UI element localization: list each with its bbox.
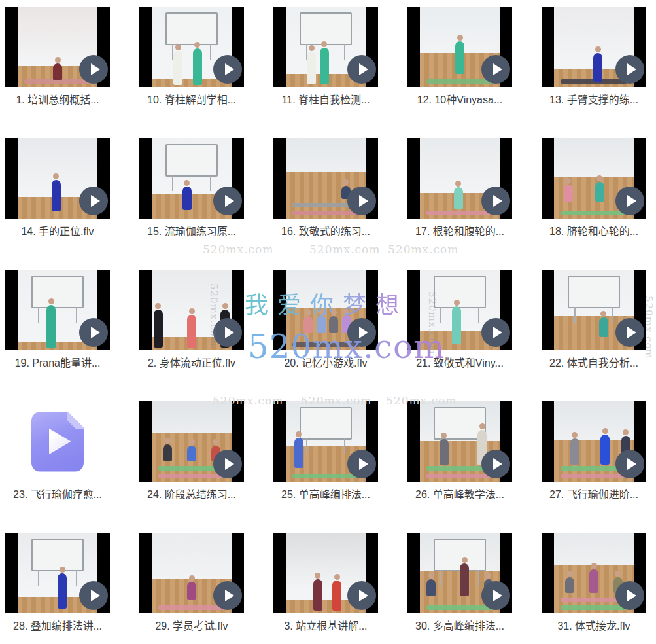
person-figure — [564, 178, 573, 202]
video-thumbnail[interactable] — [273, 138, 378, 219]
play-button[interactable] — [481, 581, 510, 610]
person-body — [589, 569, 598, 593]
video-item[interactable]: 15. 流瑜伽练习原... — [139, 138, 244, 251]
video-thumbnail[interactable] — [273, 401, 378, 482]
video-item[interactable]: 20. 记忆小游戏.flv — [273, 270, 378, 382]
play-button[interactable] — [615, 55, 644, 84]
video-item[interactable]: 1. 培训总纲概括... — [5, 7, 110, 119]
video-item[interactable]: 25. 单高峰编排法... — [273, 401, 378, 514]
video-file-icon — [31, 412, 84, 472]
video-item[interactable]: 14. 手的正位.flv — [5, 138, 110, 251]
person-body — [440, 439, 449, 465]
play-button[interactable] — [213, 450, 242, 478]
video-item[interactable]: 21. 致敬式和Viny... — [407, 270, 512, 382]
person-body — [455, 41, 464, 74]
play-button[interactable] — [79, 187, 108, 215]
play-icon — [627, 458, 636, 470]
video-thumbnail[interactable] — [407, 270, 512, 350]
person-head — [343, 309, 349, 315]
play-button[interactable] — [347, 55, 376, 84]
video-thumbnail[interactable] — [542, 401, 646, 482]
video-item[interactable]: 28. 叠加编排法讲... — [5, 533, 110, 644]
play-button[interactable] — [615, 187, 644, 215]
video-item[interactable]: 10. 脊柱解剖学相... — [139, 7, 244, 119]
video-thumbnail[interactable] — [5, 7, 110, 87]
video-title: 15. 流瑜伽练习原... — [139, 224, 244, 238]
play-button[interactable] — [481, 187, 510, 215]
person-body — [329, 316, 338, 333]
video-thumbnail[interactable] — [139, 270, 244, 350]
video-item[interactable]: 3. 站立根基讲解... — [273, 533, 378, 644]
play-button[interactable] — [481, 318, 510, 347]
play-button[interactable] — [481, 450, 510, 478]
video-thumbnail[interactable] — [139, 401, 244, 482]
person-figure — [320, 41, 329, 84]
video-thumbnail[interactable] — [407, 138, 512, 219]
video-thumbnail[interactable] — [273, 7, 378, 87]
yoga-mat — [426, 211, 494, 215]
play-button[interactable] — [347, 450, 376, 478]
play-button[interactable] — [213, 187, 242, 215]
video-item[interactable]: 19. Prana能量讲... — [5, 270, 110, 382]
video-item[interactable]: 18. 脐轮和心轮的... — [542, 138, 646, 251]
yoga-mat — [158, 474, 226, 478]
video-thumbnail[interactable] — [542, 7, 646, 87]
whiteboard — [568, 276, 620, 308]
video-item[interactable]: 23. 飞行瑜伽疗愈... — [5, 401, 110, 514]
play-button[interactable] — [79, 55, 108, 84]
play-button[interactable] — [615, 318, 644, 347]
play-button[interactable] — [213, 581, 242, 610]
video-thumbnail[interactable] — [139, 7, 244, 87]
play-button[interactable] — [615, 450, 644, 478]
yoga-mat — [292, 342, 360, 347]
video-item[interactable]: 24. 阶段总结练习... — [139, 401, 244, 514]
play-button[interactable] — [615, 581, 644, 610]
play-button[interactable] — [213, 55, 242, 84]
video-item[interactable]: 11. 脊柱自我检测... — [273, 7, 378, 119]
video-item[interactable]: 29. 学员考试.flv — [139, 533, 244, 644]
video-thumbnail[interactable] — [542, 138, 646, 219]
video-item[interactable]: 17. 根轮和腹轮的... — [407, 138, 512, 251]
video-item[interactable]: 30. 多高峰编排法... — [407, 533, 512, 644]
video-item[interactable]: 27. 飞行瑜伽进阶... — [542, 401, 646, 514]
person-head — [462, 557, 468, 563]
video-thumbnail[interactable] — [407, 7, 512, 87]
play-icon — [91, 63, 100, 75]
play-button[interactable] — [347, 187, 376, 215]
video-thumbnail[interactable] — [5, 270, 110, 350]
video-thumbnail[interactable] — [407, 401, 512, 482]
video-item[interactable]: 16. 致敬式的练习... — [273, 138, 378, 251]
video-title: 27. 飞行瑜伽进阶... — [542, 488, 646, 501]
video-item[interactable]: 26. 单高峰教学法... — [407, 401, 512, 514]
person-head — [479, 423, 485, 429]
video-thumbnail[interactable] — [5, 401, 110, 482]
play-button[interactable] — [347, 318, 376, 347]
video-thumbnail[interactable] — [139, 138, 244, 219]
person-head — [321, 41, 327, 47]
video-item[interactable]: 12. 10种Vinyasa... — [407, 7, 512, 119]
play-button[interactable] — [481, 55, 510, 84]
play-button[interactable] — [347, 581, 376, 610]
video-title: 29. 学员考试.flv — [139, 619, 244, 633]
video-thumbnail[interactable] — [542, 533, 646, 613]
person-head — [334, 574, 340, 580]
video-item[interactable]: 13. 手臂支撑的练... — [542, 7, 646, 119]
video-thumbnail[interactable] — [542, 270, 646, 350]
play-button[interactable] — [79, 581, 108, 610]
video-title: 19. Prana能量讲... — [5, 356, 110, 370]
person-body — [460, 564, 469, 596]
video-thumbnail[interactable] — [139, 533, 244, 613]
video-title: 18. 脐轮和心轮的... — [542, 224, 646, 238]
video-thumbnail[interactable] — [5, 138, 110, 219]
play-icon — [359, 458, 368, 470]
video-thumbnail[interactable] — [407, 533, 512, 613]
video-item[interactable]: 31. 体式接龙.flv — [542, 533, 646, 644]
video-item[interactable]: 2. 身体流动正位.flv — [139, 270, 244, 382]
video-title: 20. 记忆小游戏.flv — [273, 356, 378, 370]
video-thumbnail[interactable] — [273, 533, 378, 613]
play-button[interactable] — [213, 318, 242, 347]
video-item[interactable]: 22. 体式自我分析... — [542, 270, 646, 382]
play-button[interactable] — [79, 318, 108, 347]
video-thumbnail[interactable] — [273, 270, 378, 350]
video-thumbnail[interactable] — [5, 533, 110, 613]
